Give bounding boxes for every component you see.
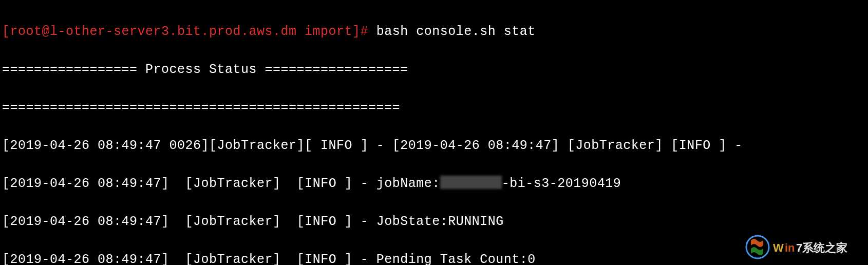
divider: ========================================… <box>2 98 866 117</box>
log-line-jobstate: [2019-04-26 08:49:47] [JobTracker] [INFO… <box>2 212 866 231</box>
command-text: bash console.sh stat <box>376 24 536 39</box>
shell-prompt: [root@l-other-server3.bit.prod.aws.dm im… <box>2 24 376 39</box>
censored-text <box>440 176 502 189</box>
svg-text:in: in <box>785 241 795 254</box>
log-line-1: [2019-04-26 08:49:47 0026][JobTracker][ … <box>2 136 866 155</box>
log-line-pending: [2019-04-26 08:49:47] [JobTracker] [INFO… <box>2 250 866 265</box>
svg-point-0 <box>746 236 769 258</box>
terminal-output[interactable]: [root@l-other-server3.bit.prod.aws.dm im… <box>0 0 868 265</box>
watermark: W in 7系统之家 <box>745 234 863 260</box>
log-line-jobname: [2019-04-26 08:49:47] [JobTracker] [INFO… <box>2 174 866 193</box>
svg-text:7系统之家: 7系统之家 <box>796 241 847 254</box>
process-status-header: ================= Process Status =======… <box>2 60 866 79</box>
svg-text:W: W <box>773 241 784 254</box>
prompt-line: [root@l-other-server3.bit.prod.aws.dm im… <box>2 22 866 41</box>
watermark-icon: W in 7系统之家 <box>745 234 863 260</box>
